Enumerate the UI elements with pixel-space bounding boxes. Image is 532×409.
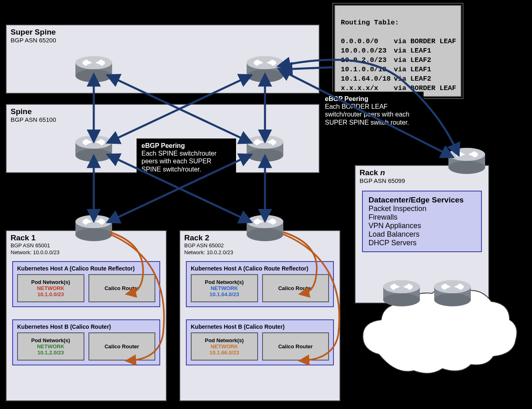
rack2-host-a-router: Calico Router bbox=[262, 274, 329, 302]
spine-title: Spine bbox=[7, 105, 319, 116]
rackn-title: Rack n bbox=[355, 166, 488, 177]
callout-border-leaf: eBGP Peering Each BORDER LEAF switch/rou… bbox=[320, 92, 424, 130]
rackn-asn: BGP ASN 65099 bbox=[355, 177, 488, 187]
callout-spine: eBGP Peering Each SPINE switch/router pe… bbox=[137, 139, 236, 176]
spine-asn: BGP ASN 65100 bbox=[7, 116, 319, 125]
routing-table: Routing Table: 0.0.0.0/0via BORDER LEAF … bbox=[334, 5, 461, 97]
service-item: Load Balancers bbox=[369, 230, 475, 239]
edge-services-box: Datacenter/Edge Services Packet Inspecti… bbox=[362, 191, 482, 252]
routing-row: 0.0.0.0/0via BORDER LEAF bbox=[341, 37, 456, 45]
rack2-host-b: Kubernetes Host B (Calico Router) Pod Ne… bbox=[186, 319, 334, 365]
rack1-host-b: Kubernetes Host B (Calico Router) Pod Ne… bbox=[12, 319, 160, 365]
rack1-panel: Rack 1 BGP ASN 65001 Network: 10.0.0.0/2… bbox=[6, 230, 167, 401]
rack2-host-a-podnet: Pod Network(s) NETWORK 10.1.64.0/23 bbox=[191, 274, 258, 302]
rack1-title: Rack 1 bbox=[7, 231, 166, 242]
rack1-host-b-router: Calico Router bbox=[88, 332, 156, 361]
routing-row: 10.1.0.0/18via LEAF1 bbox=[341, 66, 431, 73]
super-spine-panel: Super Spine BGP ASN 65200 bbox=[6, 24, 320, 94]
rack2-host-b-podnet: Pod Network(s) NETWORK 10.1.66.0/23 bbox=[191, 332, 258, 361]
rack2-host-a: Kubernetes Host A (Calico Route Reflecto… bbox=[186, 261, 334, 307]
rack1-host-a-title: Kubernetes Host A (Calico Route Reflecto… bbox=[17, 265, 155, 272]
rack1-host-a: Kubernetes Host A (Calico Route Reflecto… bbox=[12, 261, 160, 307]
service-item: VPN Appliances bbox=[369, 222, 475, 230]
super-spine-title: Super Spine bbox=[7, 25, 319, 37]
rack2-host-b-router: Calico Router bbox=[262, 332, 329, 361]
service-item: Firewalls bbox=[369, 213, 475, 222]
routing-row: x.x.x.x/xvia BORDER LEAF bbox=[341, 84, 456, 92]
rack1-host-b-podnet: Pod Network(s) NETWORK 10.1.2.0/23 bbox=[17, 332, 84, 361]
rackn-panel: Rack n BGP ASN 65099 Datacenter/Edge Ser… bbox=[355, 165, 489, 303]
routing-row: 10.1.64.0/18via LEAF2 bbox=[341, 75, 431, 83]
service-item: DHCP Servers bbox=[369, 239, 475, 247]
service-item: Packet Inspection bbox=[369, 204, 475, 213]
routing-row: 10.0.2.0/23via LEAF2 bbox=[341, 56, 431, 64]
routing-table-title: Routing Table: bbox=[341, 19, 399, 26]
cloud-label: Internet AWS Direct Connect MPLS bbox=[387, 342, 493, 373]
rack2-host-a-title: Kubernetes Host A (Calico Route Reflecto… bbox=[191, 265, 329, 272]
rack1-host-a-router: Calico Router bbox=[88, 274, 156, 302]
routing-row: 10.0.0.0/23via LEAF1 bbox=[341, 47, 431, 55]
rack1-host-a-podnet: Pod Network(s) NETWORK 10.1.0.0/23 bbox=[17, 274, 84, 302]
rack1-host-b-title: Kubernetes Host B (Calico Router) bbox=[17, 323, 155, 330]
rack2-network: Network: 10.0.2.0/23 bbox=[180, 249, 340, 258]
services-title: Datacenter/Edge Services bbox=[369, 196, 475, 204]
rack2-title: Rack 2 bbox=[180, 231, 340, 242]
rack2-panel: Rack 2 BGP ASN 65002 Network: 10.0.2.0/2… bbox=[179, 230, 340, 401]
super-spine-asn: BGP ASN 65200 bbox=[7, 37, 319, 46]
rack2-host-b-title: Kubernetes Host B (Calico Router) bbox=[191, 323, 329, 330]
rack1-network: Network: 10.0.0.0/23 bbox=[7, 249, 166, 258]
